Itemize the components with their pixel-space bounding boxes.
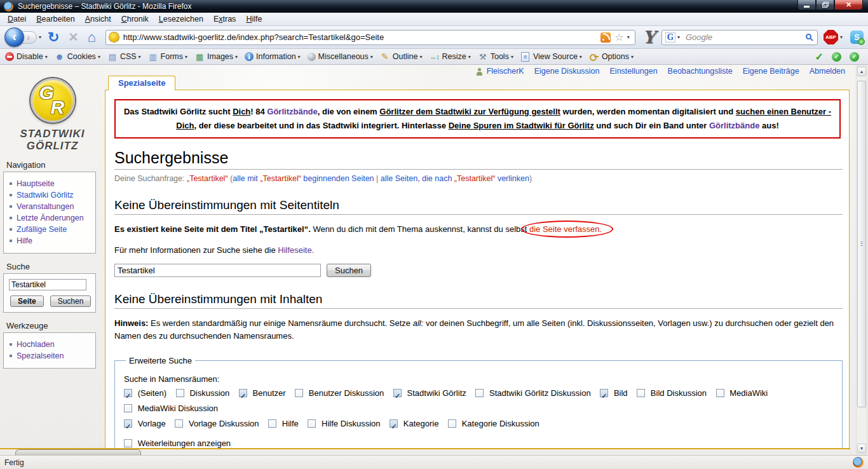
namespace-checkbox-item[interactable]: Hilfe [268, 419, 301, 428]
css-valid-icon[interactable]: ✓ [832, 52, 841, 62]
devtoolbar-menu[interactable]: Disable ▾ [5, 52, 48, 61]
personal-bar-link[interactable]: Abmelden [810, 67, 845, 76]
checkbox-icon[interactable] [239, 389, 247, 397]
js-valid-icon[interactable]: ✓ [850, 52, 859, 62]
reload-button[interactable]: ↻ [48, 31, 59, 44]
scroll-down-button[interactable]: ▼ [857, 444, 866, 453]
menu-item[interactable]: Bearbeiten [31, 13, 79, 25]
personal-bar-link[interactable]: Beobachtungsliste [668, 67, 733, 76]
devtoolbar-menu[interactable]: Options ▾ [589, 52, 634, 62]
checkbox-icon[interactable] [124, 389, 132, 397]
namespace-checkbox-item[interactable]: Benutzer [239, 388, 288, 398]
sidebar-nav-item[interactable]: Hilfe [8, 236, 93, 245]
stop-button[interactable]: ✕ [68, 31, 78, 43]
personal-bar-link[interactable]: Eigene Beiträge [743, 67, 799, 76]
sidebar-nav-item[interactable]: Veranstaltungen [8, 202, 93, 211]
inline-link[interactable]: alle Seiten, die nach [381, 174, 454, 183]
namespace-checkbox-item[interactable]: (Seiten) [124, 388, 169, 398]
abp-dropdown-caret[interactable]: ▾ [840, 34, 843, 40]
menu-item[interactable]: Datei [3, 13, 31, 25]
devtoolbar-menu[interactable]: Resize ▾ [429, 52, 470, 62]
inline-link[interactable]: Hilfeseite [278, 245, 311, 255]
sidebar-nav-item[interactable]: Letzte Änderungen [8, 214, 93, 222]
menu-item[interactable]: Chronik [116, 13, 154, 25]
namespace-checkbox-item[interactable]: Diskussion [176, 388, 232, 398]
sidebar-tool-item[interactable]: Hochladen [8, 340, 93, 349]
checkbox-icon[interactable] [176, 389, 184, 397]
sidebar-tool-item[interactable]: Spezialseiten [8, 351, 93, 360]
checkbox-icon[interactable] [124, 419, 132, 428]
namespace-checkbox-item[interactable]: Benutzer Diskussion [295, 388, 386, 398]
menu-item[interactable]: Lesezeichen [154, 13, 208, 25]
google-engine-icon[interactable]: G [665, 32, 675, 43]
inline-link[interactable]: „Testartikel“ [454, 174, 496, 183]
personal-bar-link[interactable]: Eigene Diskussion [534, 67, 600, 76]
search-magnifier-icon[interactable] [806, 34, 811, 39]
devtoolbar-menu[interactable]: Tools ▾ [478, 52, 513, 62]
bookmark-star-icon[interactable]: ☆ [614, 31, 623, 43]
vertical-scrollbar[interactable]: ▲ ▼ [856, 65, 867, 454]
devtoolbar-menu[interactable]: Miscellaneous ▾ [308, 52, 373, 61]
wiki-logo[interactable]: G R STADTWIKI GÖRLITZ [0, 78, 105, 152]
inline-link[interactable]: „Testartikel“ [187, 174, 228, 183]
adblock-plus-icon[interactable]: ABP [824, 30, 838, 44]
checkbox-icon[interactable] [448, 419, 456, 428]
namespace-checkbox-item[interactable]: Kategorie [390, 419, 441, 428]
menu-item[interactable]: Hilfe [241, 13, 267, 25]
web-search-input[interactable] [682, 32, 806, 42]
home-button[interactable]: ⌂ [87, 31, 95, 44]
devtoolbar-menu[interactable]: View Source ▾ [520, 52, 582, 62]
personal-bar-link[interactable]: Einstellungen [610, 67, 658, 76]
inline-link[interactable]: „Testartikel“ [260, 174, 301, 183]
skype-extension-icon[interactable]: S [850, 31, 864, 44]
checkbox-icon[interactable] [308, 419, 316, 428]
checkbox-icon[interactable] [716, 389, 724, 397]
inline-link[interactable]: . [600, 224, 602, 234]
namespace-checkbox-item[interactable]: Bild [600, 388, 630, 398]
menu-item[interactable]: Extras [208, 13, 241, 25]
namespace-checkbox-item[interactable]: Vorlage [124, 419, 168, 428]
devtoolbar-menu[interactable]: Information ▾ [245, 52, 301, 61]
firefox-status-icon[interactable] [853, 457, 864, 468]
devtoolbar-menu[interactable]: CSS ▾ [107, 52, 141, 62]
devtoolbar-menu[interactable]: Cookies ▾ [55, 52, 100, 62]
menu-item[interactable]: Ansicht [80, 13, 116, 25]
devtoolbar-menu[interactable]: Outline ▾ [380, 52, 423, 62]
scroll-up-button[interactable]: ▲ [857, 67, 866, 76]
namespace-checkbox-item[interactable]: Kategorie Diskussion [448, 419, 539, 428]
devtoolbar-menu[interactable]: Images ▾ [194, 52, 238, 62]
sidebar-search-button[interactable]: Suchen [50, 296, 92, 307]
minimize-button[interactable] [797, 0, 816, 10]
sidebar-search-button[interactable]: Seite [10, 296, 44, 307]
namespace-checkbox-item[interactable]: Stadtwiki Görlitz Diskussion [475, 388, 593, 398]
checkbox-icon[interactable] [295, 389, 303, 397]
redirect-option-row[interactable]: Weiterleitungen anzeigen [124, 438, 834, 448]
checkbox-icon[interactable] [475, 389, 484, 397]
sidebar-nav-item[interactable]: Hauptseite [8, 179, 93, 188]
address-bar[interactable]: ☆ ▾ [105, 30, 635, 45]
namespace-checkbox-item[interactable]: Vorlage Diskussion [175, 419, 261, 428]
sidebar-nav-item[interactable]: Zufällige Seite [8, 225, 93, 234]
checkbox-icon[interactable] [600, 389, 608, 397]
checkbox-icon[interactable] [268, 419, 276, 428]
namespace-checkbox-item[interactable]: Hilfe Diskussion [308, 419, 383, 428]
checkbox-icon[interactable] [124, 404, 132, 412]
devtoolbar-menu[interactable]: Forms ▾ [148, 52, 187, 62]
inline-link[interactable]: verlinken [495, 174, 529, 183]
namespace-checkbox-item[interactable]: MediaWiki Diskussion [124, 404, 218, 413]
suchen-button[interactable]: Suchen [327, 264, 371, 277]
tab-spezialseite[interactable]: Spezialseite [108, 76, 175, 90]
inline-link[interactable]: . [312, 245, 315, 255]
checkbox-icon[interactable] [637, 389, 645, 397]
history-dropdown-caret[interactable]: ▾ [39, 34, 41, 40]
inline-link[interactable]: alle mit [233, 174, 260, 183]
checkbox-icon[interactable] [393, 389, 402, 397]
url-dropdown-caret[interactable]: ▾ [627, 34, 630, 40]
checkbox-icon[interactable] [390, 419, 398, 428]
url-input[interactable] [123, 32, 599, 42]
inline-link[interactable]: Görlitzbände [267, 107, 317, 116]
title-search-input[interactable] [114, 264, 321, 277]
extension-y-icon[interactable]: Y [643, 29, 655, 46]
scrollbar-thumb[interactable] [857, 81, 866, 407]
inline-link[interactable]: die Seite verfassen [529, 224, 600, 234]
